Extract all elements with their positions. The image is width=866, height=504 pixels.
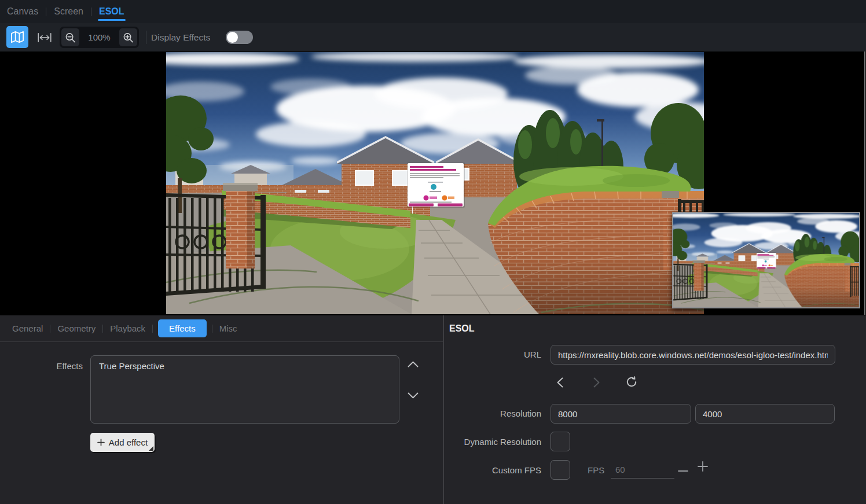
add-effect-label: Add effect (109, 437, 148, 447)
resolution-label: Resolution (444, 409, 541, 418)
tab-divider (46, 8, 46, 16)
map-icon (10, 30, 25, 44)
browser-forward-button[interactable] (589, 376, 603, 391)
custom-fps-label: Custom FPS (444, 465, 541, 475)
panorama-canvas[interactable] (166, 52, 704, 314)
esol-properties-panel: ESOL URL Resolution Dynamic Resolution C… (444, 315, 866, 504)
fit-width-button[interactable] (34, 29, 55, 46)
chevron-left-icon (554, 376, 568, 389)
resolution-height-input[interactable] (695, 404, 835, 424)
tab-divider (91, 8, 91, 16)
fps-increment-button[interactable] (698, 461, 708, 473)
fit-width-icon (38, 31, 52, 44)
dynamic-resolution-checkbox[interactable] (551, 432, 570, 451)
chevron-down-icon (407, 391, 419, 400)
panel-tab-divider (102, 325, 103, 333)
url-label: URL (444, 350, 541, 359)
toolbar-divider (146, 31, 146, 44)
panel-tab-general[interactable]: General (12, 323, 43, 333)
effects-settings-panel: General Geometry Playback Effects Misc E… (0, 315, 443, 504)
bottom-panel: General Geometry Playback Effects Misc E… (0, 315, 866, 504)
chevron-right-icon (589, 376, 603, 389)
display-effects-label: Display Effects (151, 23, 210, 51)
url-input[interactable] (551, 345, 835, 365)
refresh-icon (625, 375, 639, 389)
dynamic-resolution-label: Dynamic Resolution (444, 437, 541, 447)
output-preview-image (673, 213, 859, 307)
effects-list-label: Effects (0, 361, 83, 371)
panel-tab-bar: General Geometry Playback Effects Misc (0, 315, 443, 342)
chevron-up-icon (407, 360, 419, 369)
move-effect-down-button[interactable] (407, 391, 419, 402)
minus-icon (678, 469, 688, 473)
browser-refresh-button[interactable] (625, 375, 639, 391)
move-effect-up-button[interactable] (407, 360, 419, 370)
panel-tab-divider (152, 325, 153, 333)
tab-screen[interactable]: Screen (54, 0, 83, 23)
zoom-in-icon (123, 32, 134, 43)
map-view-button[interactable] (6, 26, 28, 48)
zoom-out-button[interactable] (61, 28, 79, 46)
panel-tab-effects[interactable]: Effects (158, 319, 207, 337)
add-effect-button[interactable]: Add effect (90, 433, 155, 452)
panel-title: ESOL (449, 323, 475, 334)
effect-item[interactable]: True Perspective (91, 356, 399, 376)
panel-tab-geometry[interactable]: Geometry (57, 323, 96, 333)
fps-decrement-button[interactable] (678, 466, 688, 474)
custom-fps-checkbox[interactable] (551, 460, 570, 480)
toggle-knob (227, 32, 238, 43)
plus-icon (698, 461, 708, 472)
fps-field-label: FPS (588, 465, 604, 475)
zoom-level: 100% (79, 32, 119, 42)
canvas-right-edge (864, 51, 865, 315)
output-preview-thumbnail (672, 212, 860, 308)
browser-back-button[interactable] (554, 376, 568, 391)
zoom-in-button[interactable] (119, 28, 137, 46)
zoom-control-group: 100% (60, 27, 139, 48)
tab-esol[interactable]: ESOL (99, 0, 124, 23)
toolbar: 100% Display Effects (0, 23, 866, 51)
effects-list[interactable]: True Perspective (90, 355, 399, 424)
plus-icon (97, 439, 105, 446)
tab-canvas[interactable]: Canvas (7, 0, 38, 23)
display-effects-toggle[interactable] (226, 31, 253, 44)
zoom-out-icon (65, 32, 76, 43)
panel-tab-misc[interactable]: Misc (219, 323, 237, 333)
top-tab-bar: Canvas Screen ESOL (0, 0, 866, 23)
panel-tab-playback[interactable]: Playback (110, 323, 145, 333)
fps-input[interactable] (611, 461, 674, 479)
resolution-width-input[interactable] (551, 404, 691, 424)
panel-tab-divider (50, 325, 50, 333)
panel-tab-divider (212, 325, 212, 333)
canvas-area (0, 51, 866, 315)
